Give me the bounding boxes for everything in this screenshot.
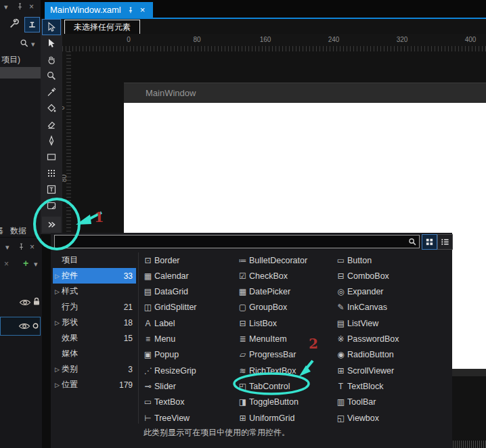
pen-tool[interactable] xyxy=(42,133,61,149)
asset-item-label: TextBox xyxy=(154,397,184,407)
category-behaviors[interactable]: 行为21 xyxy=(53,299,136,315)
objects-timeline-panel: ▾ × × + ▾ xyxy=(0,238,42,448)
layout-tool[interactable] xyxy=(42,198,61,214)
asset-item-gridsplitter[interactable]: ◫GridSplitter xyxy=(141,300,197,315)
asset-item-popup[interactable]: ▣Popup xyxy=(141,347,179,363)
asset-item-slider[interactable]: ⊸Slider xyxy=(141,378,176,394)
asset-item-inkcanvas[interactable]: ✎InkCanvas xyxy=(334,300,387,315)
asset-item-togglebutton[interactable]: ◨ToggleButton xyxy=(236,395,299,410)
expander-icon: ◎ xyxy=(334,287,347,296)
pan-tool[interactable] xyxy=(42,51,61,68)
add-dropdown-icon[interactable]: ▾ xyxy=(34,260,38,269)
asset-item-tabcontrol[interactable]: ◰TabControl xyxy=(236,378,290,394)
asset-item-label[interactable]: ALabel xyxy=(141,315,175,331)
asset-item-datagrid[interactable]: ▤DataGrid xyxy=(141,284,188,300)
category-effects[interactable]: 效果15 xyxy=(53,330,136,346)
panel-dropdown-icon[interactable]: ▾ xyxy=(4,3,8,12)
textbox-icon: ▭ xyxy=(141,397,154,407)
category-shapes[interactable]: ▷形状18 xyxy=(53,315,136,330)
asset-item-resizegrip[interactable]: ⋰ResizeGrip xyxy=(141,363,196,378)
asset-item-textbox[interactable]: ▭TextBox xyxy=(141,395,184,410)
asset-item-bulletdecorator[interactable]: ≔BulletDecorator xyxy=(236,252,307,268)
asset-item-calendar[interactable]: ▦Calendar xyxy=(141,268,189,284)
asset-item-treeview[interactable]: ⊢TreeView xyxy=(141,410,190,426)
search-icon[interactable] xyxy=(407,237,417,246)
asset-item-menuitem[interactable]: ≣MenuItem xyxy=(236,332,287,347)
asset-item-datepicker[interactable]: ▦DatePicker xyxy=(236,284,290,300)
more-tools-tool[interactable] xyxy=(42,217,61,233)
paint-bucket-tool[interactable] xyxy=(42,100,61,116)
expand-arrow-icon[interactable]: ▷ xyxy=(53,382,62,388)
search-icon[interactable] xyxy=(19,38,29,48)
add-icon[interactable]: + xyxy=(23,258,28,269)
lock-icon[interactable] xyxy=(32,296,41,307)
panel-tab-partial[interactable]: 器 xyxy=(0,225,3,237)
category-styles[interactable]: ▷样式 xyxy=(53,284,136,299)
asset-item-label: TextBlock xyxy=(347,382,384,391)
tab-title: MainWindow.xaml xyxy=(50,5,121,15)
radiobutton-icon: ◉ xyxy=(334,350,347,359)
selection-tool[interactable] xyxy=(42,19,61,35)
asset-item-passwordbox[interactable]: ※PasswordBox xyxy=(334,332,399,347)
eraser-tool[interactable] xyxy=(42,116,61,133)
category-categories[interactable]: ▷类别3 xyxy=(53,361,136,377)
assets-col-1: ≔BulletDecorator☑CheckBox▦DatePicker▢Gro… xyxy=(236,252,334,427)
text-tool[interactable] xyxy=(42,181,61,198)
border-icon: ⊡ xyxy=(141,256,154,265)
asset-item-checkbox[interactable]: ☑CheckBox xyxy=(236,268,288,284)
expand-arrow-icon[interactable]: ▷ xyxy=(53,288,62,295)
timeline-selected-row[interactable] xyxy=(0,317,41,336)
asset-item-toolbar[interactable]: ▥ToolBar xyxy=(334,395,376,410)
asset-item-expander[interactable]: ◎Expander xyxy=(334,284,384,300)
asset-item-border[interactable]: ⊡Border xyxy=(141,252,180,268)
circle-icon[interactable] xyxy=(32,323,39,329)
rectangle-tool[interactable] xyxy=(42,149,61,165)
eye-icon[interactable] xyxy=(19,298,31,307)
asset-item-listbox[interactable]: ⊟ListBox xyxy=(236,315,277,331)
ruler-label-h: 320 xyxy=(397,36,408,43)
tab-close-icon[interactable]: × xyxy=(140,5,146,15)
category-media[interactable]: 媒体 xyxy=(53,346,136,361)
asset-item-viewbox[interactable]: ◱Viewbox xyxy=(334,410,379,426)
grid-tool[interactable] xyxy=(42,165,61,181)
category-project[interactable]: 项目 xyxy=(53,252,136,268)
search-dropdown-icon[interactable]: ▾ xyxy=(31,40,35,49)
zoom-tool[interactable] xyxy=(42,68,61,84)
asset-item-richtextbox[interactable]: ≋RichTextBox xyxy=(236,363,296,378)
wrench-icon[interactable] xyxy=(9,18,20,29)
pin-icon[interactable] xyxy=(18,243,25,250)
expand-arrow-icon[interactable]: ▷ xyxy=(53,319,62,326)
panel-dropdown-icon[interactable]: ▾ xyxy=(5,243,9,252)
asset-item-combobox[interactable]: ⊟ComboBox xyxy=(334,268,389,284)
document-tab[interactable]: MainWindow.xaml × xyxy=(45,2,153,18)
expand-arrow-icon[interactable]: ▷ xyxy=(53,366,62,373)
selected-list-row[interactable] xyxy=(0,67,41,79)
grid-view-button[interactable] xyxy=(422,234,437,250)
list-view-button[interactable] xyxy=(437,234,453,250)
asset-item-button[interactable]: ▭Button xyxy=(334,252,372,268)
vertical-ruler: 080 xyxy=(62,51,71,234)
asset-item-uniformgrid[interactable]: ⊞UniformGrid xyxy=(236,410,294,426)
category-locations[interactable]: ▷位置179 xyxy=(53,377,136,393)
asset-item-listview[interactable]: ▤ListView xyxy=(334,315,378,331)
asset-item-scrollviewer[interactable]: ⊞ScrollViewer xyxy=(334,363,394,378)
asset-item-progressbar[interactable]: ▱ProgressBar xyxy=(236,347,296,363)
eye-icon[interactable] xyxy=(18,322,30,330)
asset-item-radiobutton[interactable]: ◉RadioButton xyxy=(334,347,394,363)
eyedropper-tool[interactable] xyxy=(42,84,61,100)
asset-item-groupbox[interactable]: ▢GroupBox xyxy=(236,300,287,315)
category-controls[interactable]: ▷控件33 xyxy=(53,268,136,284)
delete-icon[interactable]: × xyxy=(4,259,9,269)
expand-arrow-icon[interactable]: ▷ xyxy=(53,273,62,279)
close-icon[interactable]: × xyxy=(30,242,35,252)
panel-tab-data[interactable]: 数据 xyxy=(10,225,26,237)
toolbar-icon: ▥ xyxy=(334,397,347,407)
asset-item-textblock[interactable]: TTextBlock xyxy=(334,378,384,394)
tab-pin-icon[interactable] xyxy=(127,7,134,14)
close-icon[interactable]: × xyxy=(29,2,34,12)
pin-icon[interactable] xyxy=(16,3,24,10)
search-input[interactable] xyxy=(54,235,420,248)
snap-tool-button[interactable] xyxy=(24,17,40,32)
asset-item-menu[interactable]: ≡Menu xyxy=(141,332,175,347)
direct-selection-tool[interactable] xyxy=(42,35,61,51)
